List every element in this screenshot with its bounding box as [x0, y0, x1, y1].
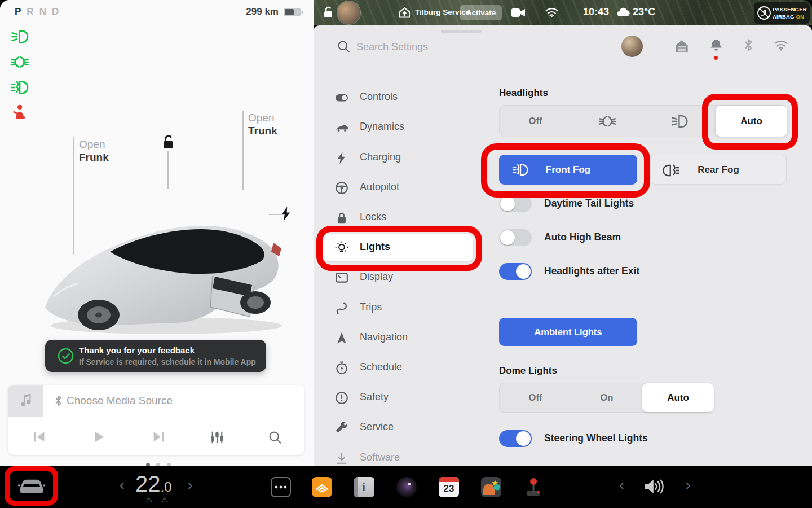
app-launcher-icon[interactable] — [271, 477, 291, 497]
feedback-toast: Thank you for your feedback If Service i… — [45, 340, 266, 372]
frunk-callout-line — [73, 137, 74, 255]
vehicle-unlocked-icon[interactable] — [321, 6, 334, 21]
sidebar-item-service[interactable]: Service — [323, 414, 473, 441]
toast-subtitle: If Service is required, schedule it in M… — [79, 357, 256, 366]
wrench-icon — [335, 421, 348, 435]
toybox-app-icon[interactable]: ★ — [481, 477, 501, 497]
alert-circle-icon — [335, 391, 348, 405]
car-3d-view[interactable] — [31, 186, 299, 336]
charge-port-icon[interactable] — [281, 207, 292, 224]
media-source-label[interactable]: Choose Media Source — [67, 395, 173, 407]
contacts-app-icon[interactable]: i — [354, 477, 374, 497]
sidebar-item-safety[interactable]: Safety — [323, 384, 473, 411]
profile-avatar[interactable] — [621, 36, 643, 57]
seat-heater-right-icon[interactable]: ♨ — [161, 495, 169, 504]
temp-increase-chevron[interactable]: › — [188, 476, 193, 494]
schedule-clock-icon — [335, 361, 348, 375]
steering-wheel-lights-label: Steering Wheel Lights — [544, 432, 648, 444]
media-search-icon[interactable] — [268, 431, 282, 446]
sidebar-item-lights[interactable]: Lights — [323, 234, 473, 261]
dome-off-option[interactable]: Off — [500, 383, 571, 412]
search-input[interactable] — [355, 38, 558, 56]
drag-handle[interactable] — [441, 30, 482, 33]
lightning-icon — [335, 151, 348, 165]
ambient-lights-button[interactable]: Ambient Lights — [499, 318, 637, 346]
bluetooth-icon — [54, 395, 63, 409]
sidebar-item-navigation[interactable]: Navigation — [323, 325, 473, 352]
headlights-auto-option[interactable]: Auto — [716, 106, 787, 137]
steering-wheel-lights-toggle[interactable] — [499, 430, 532, 447]
unlock-icon[interactable] — [158, 134, 175, 152]
arcade-app-icon[interactable] — [523, 477, 544, 497]
front-fog-icon — [511, 163, 529, 177]
open-frunk-label[interactable]: Open Frunk — [79, 138, 109, 164]
home-service-icon — [398, 6, 411, 21]
headlights-after-exit-toggle[interactable] — [499, 263, 532, 280]
header-divider — [314, 65, 812, 65]
low-beam-indicator-icon — [10, 28, 29, 45]
wifi-settings-icon[interactable] — [774, 39, 788, 54]
passenger-airbag-status: PASSENGER AIRBAG ON — [754, 2, 810, 24]
auto-high-beam-toggle[interactable] — [499, 229, 532, 246]
sidebar-item-charging[interactable]: Charging — [323, 144, 473, 172]
calendar-app-icon[interactable]: 23 — [439, 477, 459, 497]
sidebar-item-locks[interactable]: Locks — [323, 204, 473, 231]
check-circle-icon — [58, 348, 74, 366]
headlights-parking-option[interactable] — [571, 106, 643, 137]
volume-icon[interactable] — [643, 477, 665, 498]
dashcam-icon[interactable] — [511, 7, 526, 20]
headlights-off-option[interactable]: Off — [500, 106, 571, 137]
media-player: Choose Media Source — [8, 385, 304, 455]
notifications-bell-icon[interactable] — [709, 38, 723, 55]
seat-heater-left-icon[interactable]: ♨ — [145, 495, 153, 504]
equalizer-icon[interactable] — [210, 431, 224, 446]
search-icon — [337, 40, 350, 55]
sidebar-item-autopilot[interactable]: Autopilot — [323, 174, 473, 202]
homelink-garage-icon[interactable] — [674, 39, 689, 56]
battery-range: 299 km — [246, 6, 279, 17]
sidebar-item-schedule[interactable]: Schedule — [323, 354, 473, 382]
sidebar-item-display[interactable]: Display — [323, 264, 473, 291]
cabin-temperature[interactable]: 22.0 — [135, 471, 172, 497]
toggle-icon — [335, 91, 348, 104]
lock-callout-line — [167, 151, 169, 189]
seatbelt-warning-icon — [10, 104, 29, 121]
car-app-icon[interactable] — [17, 475, 46, 500]
open-trunk-label[interactable]: Open Trunk — [248, 111, 277, 137]
headlights-on-option[interactable] — [643, 106, 716, 137]
bluetooth-status-icon[interactable] — [743, 38, 753, 55]
wifi-status-icon[interactable] — [545, 7, 559, 20]
sidebar-item-trips[interactable]: Trips — [323, 295, 473, 322]
volume-down-chevron[interactable]: ‹ — [619, 476, 624, 494]
audible-app-icon[interactable] — [312, 477, 332, 497]
sidebar-item-dynamics[interactable]: Dynamics — [323, 114, 473, 141]
daytime-tail-lights-toggle[interactable] — [499, 195, 532, 212]
gear-p: P — [15, 6, 22, 17]
media-divider — [8, 417, 304, 417]
route-icon — [335, 301, 348, 315]
weather-cloud-icon — [616, 7, 630, 20]
activate-button[interactable]: Activate — [460, 5, 502, 20]
camera-app-icon[interactable] — [396, 477, 417, 497]
driver-profile-avatar[interactable] — [337, 1, 360, 24]
rear-fog-button[interactable]: Rear Fog — [650, 155, 787, 185]
parking-lights-icon — [598, 113, 617, 129]
navigation-arrow-icon — [335, 331, 348, 345]
album-art-placeholder[interactable] — [8, 385, 43, 417]
gear-n: N — [39, 6, 47, 17]
volume-up-chevron[interactable]: › — [686, 476, 691, 494]
play-icon[interactable] — [92, 431, 106, 445]
temp-decrease-chevron[interactable]: ‹ — [120, 476, 125, 494]
gear-indicator: PRND — [15, 6, 64, 17]
sidebar-item-controls[interactable]: Controls — [323, 84, 473, 111]
fog-lights-indicator-icon — [10, 79, 29, 96]
next-track-icon[interactable] — [152, 431, 165, 445]
front-fog-button[interactable]: Front Fog — [499, 155, 637, 185]
dome-on-option[interactable]: On — [571, 383, 642, 412]
dome-auto-option[interactable]: Auto — [642, 383, 714, 412]
battery-icon — [283, 7, 303, 19]
outside-temperature: 23°C — [633, 6, 655, 18]
previous-track-icon[interactable] — [33, 431, 46, 445]
auto-high-beam-label: Auto High Beam — [544, 231, 621, 243]
notification-badge — [714, 56, 718, 60]
